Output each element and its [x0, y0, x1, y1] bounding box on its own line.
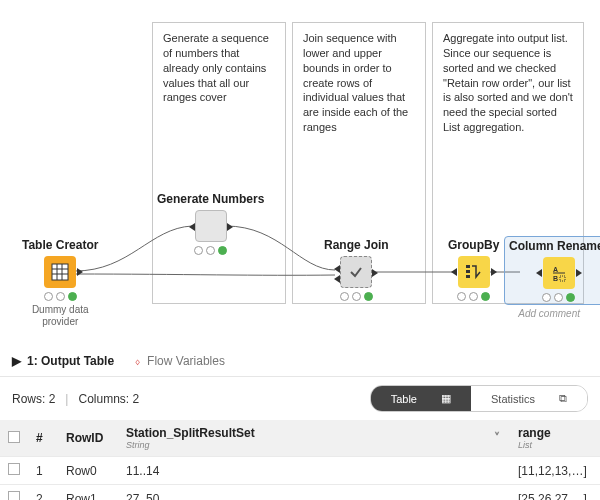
flow-icon: ⬨ [134, 354, 141, 368]
tab-label: Flow Variables [147, 354, 225, 368]
output-tabs: ▶ 1: Output Table ⬨ Flow Variables [0, 346, 600, 377]
node-caption: Dummy data provider [32, 304, 89, 328]
col-station[interactable]: Station_SplitResultSet String [118, 420, 486, 457]
play-icon: ▶ [12, 354, 21, 368]
col-rowid[interactable]: RowID [58, 420, 118, 457]
node-table-creator[interactable]: Table Creator Dummy data provider [22, 238, 98, 328]
col-range[interactable]: range List [510, 420, 600, 457]
tab-flow-variables[interactable]: ⬨ Flow Variables [134, 354, 225, 368]
grid-icon: ▦ [431, 389, 461, 408]
row-checkbox[interactable] [8, 463, 20, 475]
checkbox-all[interactable] [8, 431, 20, 443]
cell-station: 27..50 [118, 485, 486, 501]
copy-icon: ⧉ [549, 389, 577, 408]
node-range-join[interactable]: Range Join [324, 238, 389, 301]
node-label: Column Renamer [509, 239, 600, 253]
table-icon [44, 256, 76, 288]
table-row[interactable]: 2 Row1 27..50 [25,26,27,…] [0, 485, 600, 501]
add-comment-hint[interactable]: Add comment [504, 308, 580, 319]
node-ports [340, 292, 373, 301]
cell-range: [11,12,13,…] [510, 457, 600, 485]
chevron-down-icon[interactable]: ˅ [486, 420, 510, 457]
node-column-renamer[interactable]: Column Renamer AB [504, 236, 600, 305]
row-checkbox[interactable] [8, 491, 20, 500]
svg-rect-7 [466, 275, 470, 278]
cell-station: 11..14 [118, 457, 486, 485]
table-header-row: # RowID Station_SplitResultSet String ˅ … [0, 420, 600, 457]
node-ports [457, 292, 490, 301]
tab-output-table[interactable]: ▶ 1: Output Table [12, 354, 114, 368]
node-label: Range Join [324, 238, 389, 252]
view-toggle[interactable]: Table ▦ Statistics ⧉ [370, 385, 588, 412]
node-label: Table Creator [22, 238, 98, 252]
toggle-table[interactable]: Table ▦ [371, 386, 471, 411]
cell-range: [25,26,27,…] [510, 485, 600, 501]
toggle-statistics[interactable]: Statistics ⧉ [471, 386, 587, 411]
svg-rect-10 [560, 276, 565, 281]
svg-text:B: B [553, 275, 558, 282]
table-meta: Rows: 2 | Columns: 2 Table ▦ Statistics … [0, 377, 600, 420]
node-label: Generate Numbers [157, 192, 264, 206]
svg-text:A: A [553, 266, 558, 273]
col-num[interactable]: # [28, 420, 58, 457]
cell-rowid: Row0 [58, 457, 118, 485]
tab-label: 1: Output Table [27, 354, 114, 368]
svg-rect-6 [466, 270, 470, 273]
workflow-canvas[interactable]: Generate a sequence of numbers that alre… [0, 0, 600, 346]
generate-icon [195, 210, 227, 242]
node-label: GroupBy [448, 238, 499, 252]
node-ports [194, 246, 227, 255]
svg-rect-0 [52, 264, 68, 280]
groupby-icon [458, 256, 490, 288]
cell-num: 2 [28, 485, 58, 501]
rename-icon: AB [543, 257, 575, 289]
cols-count: Columns: 2 [78, 392, 139, 406]
node-ports [44, 292, 77, 301]
range-join-icon [340, 256, 372, 288]
rows-count: Rows: 2 [12, 392, 55, 406]
output-table: # RowID Station_SplitResultSet String ˅ … [0, 420, 600, 500]
svg-rect-5 [466, 265, 470, 268]
cell-rowid: Row1 [58, 485, 118, 501]
node-groupby[interactable]: GroupBy [448, 238, 499, 301]
cell-num: 1 [28, 457, 58, 485]
table-row[interactable]: 1 Row0 11..14 [11,12,13,…] [0, 457, 600, 485]
node-ports [542, 293, 575, 302]
node-generate-numbers[interactable]: Generate Numbers [157, 192, 264, 255]
annotation-1: Generate a sequence of numbers that alre… [152, 22, 286, 304]
